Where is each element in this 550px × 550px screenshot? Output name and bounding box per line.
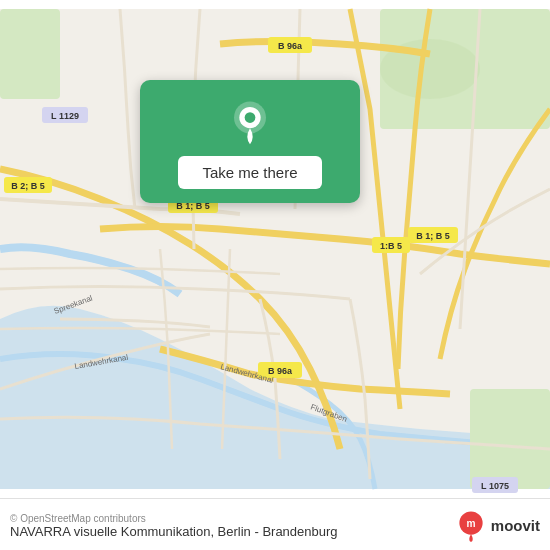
bottom-left: © OpenStreetMap contributors NAVARRA vis… xyxy=(10,513,338,539)
svg-point-27 xyxy=(245,112,256,123)
app: B 96a L 1129 B 2; B 5 B 1; B 5 1:B 5 B 1… xyxy=(0,0,550,550)
copyright-text: © OpenStreetMap contributors xyxy=(10,513,338,524)
svg-text:B 96a: B 96a xyxy=(278,41,303,51)
svg-text:B 1; B 5: B 1; B 5 xyxy=(416,231,450,241)
svg-rect-2 xyxy=(0,9,60,99)
bottom-bar: © OpenStreetMap contributors NAVARRA vis… xyxy=(0,498,550,550)
moovit-icon-svg: m xyxy=(455,510,487,542)
map-container[interactable]: B 96a L 1129 B 2; B 5 B 1; B 5 1:B 5 B 1… xyxy=(0,0,550,498)
svg-rect-3 xyxy=(470,389,550,489)
pin-icon xyxy=(226,98,274,146)
svg-text:B 96a: B 96a xyxy=(268,366,293,376)
svg-text:1:B 5: 1:B 5 xyxy=(380,241,402,251)
moovit-logo[interactable]: m moovit xyxy=(455,510,540,542)
svg-text:B 2; B 5: B 2; B 5 xyxy=(11,181,45,191)
take-me-there-button[interactable]: Take me there xyxy=(178,156,321,189)
svg-text:m: m xyxy=(466,517,475,528)
location-panel: Take me there xyxy=(140,80,360,203)
moovit-text: moovit xyxy=(491,517,540,534)
svg-text:L 1075: L 1075 xyxy=(481,481,509,491)
location-name: NAVARRA visuelle Kommunikation, Berlin -… xyxy=(10,524,338,539)
svg-text:L 1129: L 1129 xyxy=(51,111,79,121)
